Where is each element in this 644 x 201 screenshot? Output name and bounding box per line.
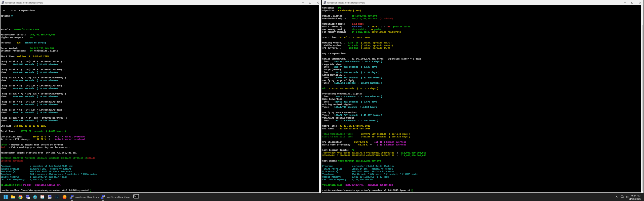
svg-text:Lr: Lr xyxy=(56,196,58,198)
